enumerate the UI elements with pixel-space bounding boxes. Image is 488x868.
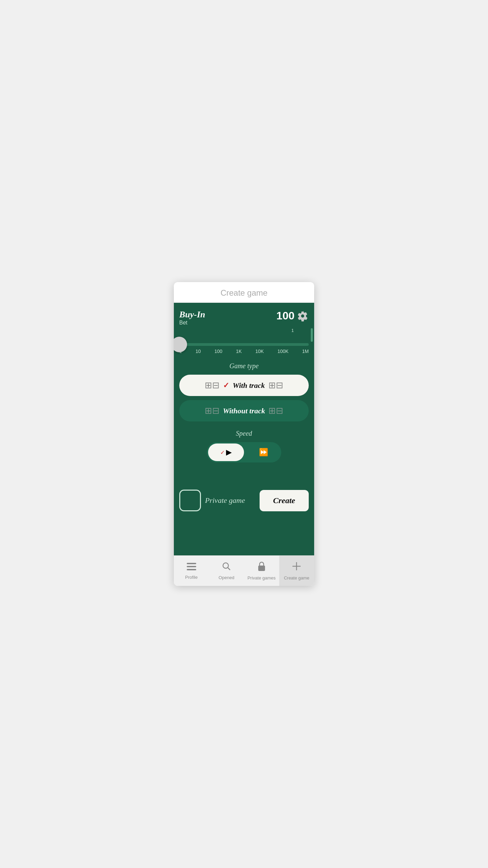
grid-icon-left-without-track: ⊞⊟ [205, 406, 220, 416]
svg-rect-1 [187, 566, 196, 567]
speed-fast-icon: ⏩ [259, 448, 268, 457]
grid-icon-right-with-track: ⊞⊟ [268, 380, 283, 391]
game-type-title: Game type [179, 362, 309, 370]
speed-normal-icon: ▶ [226, 448, 232, 457]
with-track-button[interactable]: ⊞⊟ ✓ With track ⊞⊟ [179, 375, 309, 396]
nav-item-create-game[interactable]: Create game [279, 556, 314, 586]
nav-item-profile[interactable]: Profile [174, 556, 209, 586]
buy-in-value-group: 100 [277, 310, 309, 322]
slider-label-100k: 100K [278, 349, 289, 354]
svg-point-3 [223, 563, 228, 568]
buy-in-value: 100 [277, 310, 294, 322]
bet-multiplier: 1 [179, 328, 294, 333]
bet-label: Bet [179, 320, 205, 326]
grid-icon-left-with-track: ⊞⊟ [205, 380, 220, 391]
phone-container: Create game Buy-In Bet 100 1 [174, 282, 314, 586]
slider-container[interactable] [179, 343, 309, 346]
slider-labels: 1 10 100 1K 10K 100K 1M [179, 349, 309, 354]
slider-label-1k: 1K [236, 349, 242, 354]
gear-icon[interactable] [297, 310, 309, 322]
svg-rect-2 [187, 569, 196, 570]
create-button[interactable]: Create [260, 490, 309, 511]
nav-label-create-game: Create game [284, 575, 309, 580]
bottom-nav: Profile Opened Private games [174, 555, 314, 586]
slider-label-10: 10 [196, 349, 201, 354]
spacer [179, 462, 309, 490]
buy-in-label: Buy-In [179, 310, 205, 320]
scrollbar-indicator[interactable] [311, 328, 313, 342]
menu-icon [187, 562, 196, 573]
nav-item-opened[interactable]: Opened [209, 556, 244, 586]
slider-track [179, 343, 309, 346]
speed-toggle: ✓ ▶ ⏩ [207, 442, 281, 462]
svg-rect-5 [258, 566, 265, 571]
main-content: Buy-In Bet 100 1 1 10 [174, 303, 314, 555]
private-create-row: Private game Create [179, 490, 309, 511]
page-title: Create game [221, 288, 268, 297]
buy-in-left: Buy-In Bet [179, 310, 205, 328]
private-game-label: Private game [205, 496, 256, 505]
slider-label-100: 100 [215, 349, 222, 354]
slider-label-1m: 1M [302, 349, 309, 354]
speed-fast-option[interactable]: ⏩ [245, 442, 281, 462]
grid-icon-right-without-track: ⊞⊟ [268, 406, 283, 416]
svg-rect-0 [187, 563, 196, 564]
nav-label-opened: Opened [219, 575, 234, 580]
header: Create game [174, 282, 314, 303]
nav-label-profile: Profile [185, 575, 198, 580]
private-game-checkbox[interactable] [179, 490, 201, 511]
with-track-check: ✓ [223, 381, 229, 390]
search-icon [222, 562, 231, 573]
svg-line-4 [228, 568, 230, 570]
speed-normal-check: ✓ [220, 449, 225, 456]
nav-item-private-games[interactable]: Private games [244, 556, 279, 586]
buy-in-row: Buy-In Bet 100 [179, 310, 309, 328]
without-track-label: Without track [223, 407, 265, 415]
without-track-button[interactable]: ⊞⊟ Without track ⊞⊟ [179, 400, 309, 421]
speed-normal-option[interactable]: ✓ ▶ [208, 443, 244, 461]
nav-label-private-games: Private games [247, 575, 276, 580]
plus-icon [292, 561, 301, 573]
slider-label-10k: 10K [256, 349, 264, 354]
speed-title: Speed [179, 430, 309, 437]
lock-icon [258, 561, 266, 573]
with-track-label: With track [232, 381, 265, 390]
